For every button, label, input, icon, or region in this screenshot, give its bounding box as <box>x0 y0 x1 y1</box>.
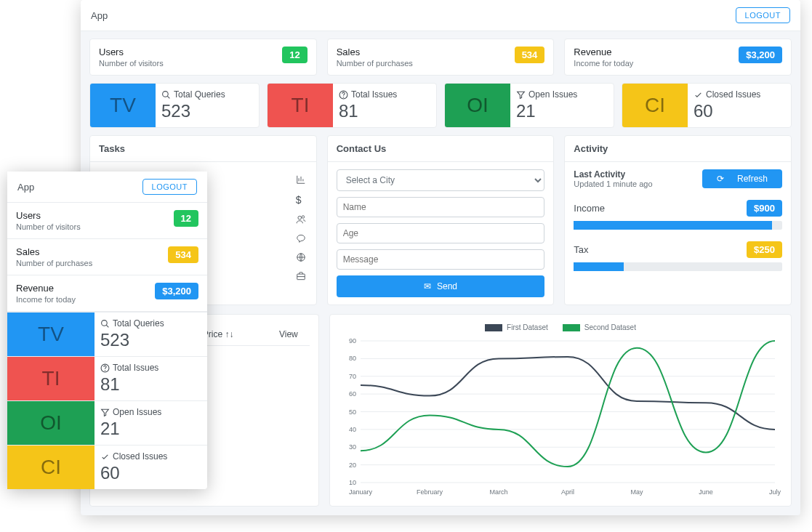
col-header[interactable]: View <box>279 329 298 339</box>
svg-point-32 <box>102 320 108 326</box>
metric-card-1: Sales Number of purchases 534 <box>327 39 555 76</box>
activity-item-label: Income <box>574 203 605 214</box>
metric-value: $3,200 <box>739 47 782 63</box>
contact-body: Select a City ✉ Send <box>328 162 554 305</box>
stat-label: Total Issues <box>351 89 397 100</box>
stat-value: 21 <box>516 101 608 121</box>
last-activity-sub: Updated 1 minute ago <box>574 180 652 188</box>
stat-card-1: TI Total Issues 81 <box>267 83 437 128</box>
stat-label: Total Queries <box>174 89 225 100</box>
legend-item[interactable]: First Dataset <box>485 323 548 331</box>
legend-label: First Dataset <box>507 323 548 331</box>
name-input[interactable] <box>337 197 545 217</box>
chart-icon <box>296 174 307 185</box>
activity-panel: Activity Last Activity Updated 1 minute … <box>564 135 792 305</box>
metric-card-0: Users Number of visitors 12 <box>89 39 317 76</box>
city-select[interactable]: Select a City <box>337 169 545 191</box>
mobile-metric-0: UsersNumber of visitors 12 <box>7 203 207 239</box>
stat-label: Closed Issues <box>706 89 760 100</box>
user-icon <box>296 214 307 225</box>
activity-item-0: Income $900 <box>574 200 782 230</box>
stat-label: Open Issues <box>528 89 577 100</box>
svg-text:April: April <box>561 488 574 496</box>
activity-item-value: $250 <box>747 241 782 258</box>
refresh-button[interactable]: ⟳ Refresh <box>702 169 782 188</box>
svg-text:June: June <box>699 488 713 496</box>
metric-subtitle: Number of purchases <box>337 59 413 68</box>
activity-item-1: Tax $250 <box>574 241 782 271</box>
logout-button[interactable]: LOGOUT <box>736 7 790 23</box>
mobile-logout-button[interactable]: LOGOUT <box>142 179 197 195</box>
comments-icon <box>296 233 307 243</box>
send-button[interactable]: ✉ Send <box>337 275 545 297</box>
stats-row: TV Total Queries 523 TI Total Issues 81 … <box>81 76 800 135</box>
metric-title: Revenue <box>574 47 633 57</box>
svg-text:January: January <box>349 488 373 496</box>
activity-body: Last Activity Updated 1 minute ago ⟳ Ref… <box>565 162 791 278</box>
svg-text:March: March <box>489 488 507 496</box>
legend-label: Second Dataset <box>584 323 636 331</box>
chart-panel: First Dataset Second Dataset 10203040506… <box>329 314 792 507</box>
svg-text:40: 40 <box>349 426 356 433</box>
stat-card-2: OI Open Issues 21 <box>444 83 614 128</box>
progress-bar <box>574 221 782 230</box>
svg-text:30: 30 <box>349 443 356 451</box>
svg-text:February: February <box>417 488 443 496</box>
legend-swatch <box>485 324 502 331</box>
filter-icon <box>100 408 110 417</box>
mobile-stat-2: OI Open Issues 21 <box>7 400 207 445</box>
help-icon <box>339 90 348 100</box>
svg-text:May: May <box>630 488 643 496</box>
metric-value: 534 <box>515 47 545 63</box>
svg-text:90: 90 <box>349 337 356 344</box>
stat-card-3: CI Closed Issues 60 <box>622 83 792 128</box>
progress-bar <box>574 262 782 271</box>
contact-title: Contact Us <box>328 136 554 162</box>
sort-icon: ↑↓ <box>225 329 233 339</box>
mobile-view: App LOGOUT UsersNumber of visitors 12 Sa… <box>7 172 207 489</box>
col-header[interactable]: Price ↑↓ <box>203 329 234 339</box>
chart-legend: First Dataset Second Dataset <box>339 323 782 331</box>
stat-card-0: TV Total Queries 523 <box>89 83 260 128</box>
legend-swatch <box>563 324 580 331</box>
svg-text:60: 60 <box>349 390 356 398</box>
age-input[interactable] <box>337 223 545 243</box>
mobile-stat-1: TI Total Issues 81 <box>7 356 207 400</box>
refresh-icon: ⟳ <box>717 174 724 184</box>
stat-value: 60 <box>694 101 785 121</box>
svg-text:50: 50 <box>349 408 356 416</box>
progress-fill <box>574 262 624 271</box>
tasks-title: Tasks <box>90 136 316 162</box>
svg-text:20: 20 <box>349 462 356 469</box>
mobile-stat-3: CI Closed Issues 60 <box>7 445 207 489</box>
metric-value: 12 <box>282 47 307 63</box>
mobile-topbar: App LOGOUT <box>7 172 207 203</box>
svg-text:70: 70 <box>349 373 356 380</box>
metric-subtitle: Number of visitors <box>99 59 164 68</box>
svg-point-3 <box>298 216 302 219</box>
metric-title: Users <box>99 47 164 57</box>
stat-code: TV <box>90 84 156 127</box>
svg-text:80: 80 <box>349 355 356 362</box>
metric-card-2: Revenue Income for today $3,200 <box>564 39 792 76</box>
activity-item-value: $900 <box>747 200 782 217</box>
search-icon <box>100 319 110 329</box>
stat-code: OI <box>445 84 510 127</box>
line-chart: 102030405060708090JanuaryFebruaryMarchAp… <box>339 337 782 497</box>
mobile-app-title: App <box>17 182 34 193</box>
stat-code: CI <box>622 84 688 127</box>
legend-item[interactable]: Second Dataset <box>563 323 636 331</box>
briefcase-icon <box>296 271 307 281</box>
envelope-icon: ✉ <box>424 281 431 291</box>
globe-icon <box>296 252 307 262</box>
search-icon <box>161 90 171 100</box>
topbar: App LOGOUT <box>81 0 800 31</box>
svg-point-34 <box>105 370 105 371</box>
contact-panel: Contact Us Select a City ✉ Send <box>327 135 555 305</box>
check-icon <box>100 452 110 462</box>
message-input[interactable] <box>337 249 545 270</box>
metrics-row: Users Number of visitors 12 Sales Number… <box>81 31 800 76</box>
app-title: App <box>91 10 108 21</box>
svg-text:July: July <box>769 488 781 496</box>
stat-value: 523 <box>161 101 253 121</box>
